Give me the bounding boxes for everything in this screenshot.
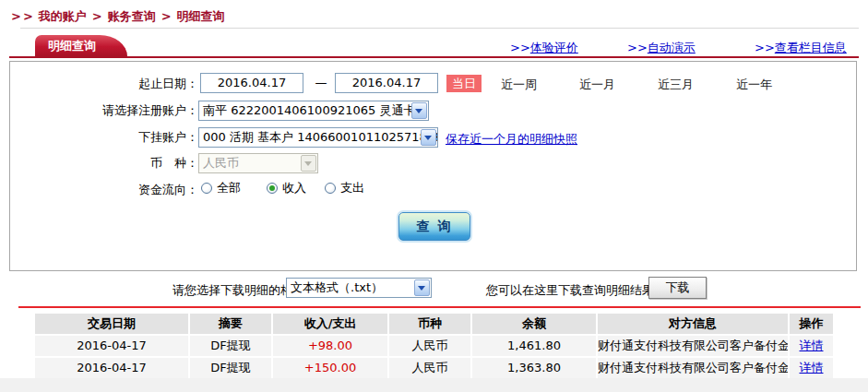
header-balance: 余额 <box>472 314 596 334</box>
registered-account-value: 南平 6222001406100921065 灵通卡 <box>203 103 415 117</box>
chevron-down-icon <box>414 279 430 296</box>
cell-counterparty: 财付通支付科技有限公司客户备付金 <box>598 336 788 356</box>
fund-flow-option-income[interactable]: 收入 <box>267 180 306 196</box>
save-monthly-snapshot-link[interactable]: 保存近一个月的明细快照 <box>446 131 577 148</box>
currency-label: 币 种： <box>10 156 198 171</box>
footer-strip <box>0 378 868 392</box>
cell-amount: +98.00 <box>273 336 387 356</box>
breadcrumb-separator: > <box>161 9 172 23</box>
link-prefix: >> <box>627 41 648 54</box>
header-date: 交易日期 <box>35 314 188 334</box>
breadcrumb-separator: > <box>92 9 102 23</box>
header-amount: 收入/支出 <box>273 314 387 334</box>
header-action: 操作 <box>790 314 833 334</box>
registered-account-select[interactable]: 南平 6222001406100921065 灵通卡 <box>198 101 429 121</box>
breadcrumb: >>我的账户>账务查询>明细查询 <box>11 8 225 25</box>
sub-account-value: 000 活期 基本户 1406600101102571848 <box>203 130 438 144</box>
link-label: 自动演示 <box>648 41 696 54</box>
results-table: 交易日期 摘要 收入/支出 币种 余额 对方信息 操作 2016-04-17 D… <box>35 314 833 380</box>
range-month-button[interactable]: 近一月 <box>579 77 615 93</box>
link-label: 体验评价 <box>530 41 578 54</box>
detail-link[interactable]: 详情 <box>800 339 824 352</box>
breadcrumb-item-my-account[interactable]: 我的账户 <box>39 9 87 23</box>
top-divider <box>20 28 859 29</box>
breadcrumb-item-detail-query[interactable]: 明细查询 <box>177 9 225 23</box>
table-row: 2016-04-17 DF提现 +150.00 人民币 1,363.80 财付通… <box>35 358 833 378</box>
breadcrumb-item-account-query[interactable]: 账务查询 <box>108 9 156 23</box>
link-experience-evaluation[interactable]: >>体验评价 <box>510 40 578 56</box>
download-format-label: 请您选择下载明细的格式 <box>172 282 304 299</box>
link-prefix: >> <box>510 41 530 54</box>
link-auto-demo[interactable]: >>自动演示 <box>627 40 696 56</box>
tab-title: 明细查询 <box>35 35 100 56</box>
chevron-down-icon <box>421 129 436 146</box>
radio-label: 收入 <box>282 180 306 196</box>
tab-underline <box>9 56 859 58</box>
range-week-button[interactable]: 近一周 <box>501 77 537 93</box>
download-hint: 您可以在这里下载查询明细结果 <box>486 282 654 299</box>
cell-currency: 人民币 <box>389 358 470 378</box>
query-button[interactable]: 查 询 <box>398 212 470 241</box>
query-form-panel: 起止日期： 2016.04.17 — 2016.04.17 当日 近一周 近一月… <box>9 61 857 271</box>
cell-amount: +150.00 <box>273 358 387 378</box>
table-header-row: 交易日期 摘要 收入/支出 币种 余额 对方信息 操作 <box>35 314 833 334</box>
header-counterparty: 对方信息 <box>598 314 788 334</box>
range-today-button[interactable]: 当日 <box>446 75 482 92</box>
end-date-input[interactable]: 2016.04.17 <box>335 73 438 93</box>
date-range-dash: — <box>310 76 332 89</box>
cell-summary: DF提现 <box>190 358 271 378</box>
page: >>我的账户>账务查询>明细查询 明细查询 >>体验评价 >>自动演示 >>查看… <box>0 0 868 392</box>
radio-label: 全部 <box>217 180 241 196</box>
fund-flow-option-expense[interactable]: 支出 <box>325 180 364 196</box>
sub-account-label: 下挂账户： <box>10 130 198 145</box>
sub-account-select[interactable]: 000 活期 基本户 1406600101102571848 <box>198 127 438 148</box>
radio-unselected-icon <box>325 183 336 194</box>
radio-selected-icon <box>267 183 278 194</box>
date-range-label: 起止日期： <box>10 77 198 91</box>
registered-account-label: 请选择注册账户： <box>10 103 198 118</box>
table-row: 2016-04-17 DF提现 +98.00 人民币 1,461.80 财付通支… <box>35 336 833 356</box>
header-summary: 摘要 <box>190 314 271 334</box>
download-format-select[interactable]: 文本格式（.txt） <box>286 278 432 298</box>
download-button[interactable]: 下载 <box>648 277 707 299</box>
fund-flow-label: 资金流向： <box>10 183 198 197</box>
start-date-input[interactable]: 2016.04.17 <box>200 73 303 93</box>
download-format-value: 文本格式（.txt） <box>291 280 383 294</box>
radio-unselected-icon <box>201 183 212 194</box>
link-prefix: >> <box>755 41 775 54</box>
cell-currency: 人民币 <box>389 336 470 356</box>
tab-detail-query: 明细查询 <box>35 35 127 56</box>
link-label: 查看栏目信息 <box>775 41 847 54</box>
chevron-down-icon <box>301 155 316 172</box>
link-view-column-info[interactable]: >>查看栏目信息 <box>755 40 847 56</box>
radio-label: 支出 <box>340 180 364 196</box>
tab-swoosh-shape <box>100 35 127 56</box>
red-divider <box>18 306 861 308</box>
range-year-button[interactable]: 近一年 <box>736 77 772 93</box>
detail-link[interactable]: 详情 <box>800 361 824 374</box>
cell-summary: DF提现 <box>190 336 271 356</box>
currency-select: 人民币 <box>198 153 318 173</box>
cell-date: 2016-04-17 <box>35 358 188 378</box>
cell-date: 2016-04-17 <box>35 336 188 356</box>
cell-balance: 1,363.80 <box>472 358 596 378</box>
cell-counterparty: 财付通支付科技有限公司客户备付金 <box>598 358 788 378</box>
breadcrumb-prefix: >> <box>11 9 35 23</box>
header-currency: 币种 <box>389 314 470 334</box>
cell-balance: 1,461.80 <box>472 336 596 356</box>
range-quarter-button[interactable]: 近三月 <box>658 77 694 93</box>
chevron-down-icon <box>411 102 427 119</box>
fund-flow-option-all[interactable]: 全部 <box>201 180 241 196</box>
currency-value: 人民币 <box>203 156 239 170</box>
